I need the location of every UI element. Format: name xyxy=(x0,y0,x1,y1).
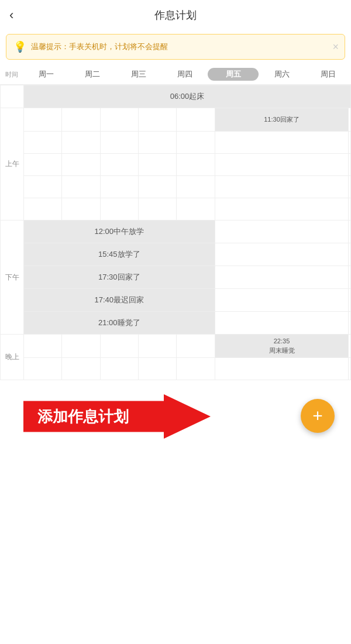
add-plan-arrow[interactable]: 添加作息计划 xyxy=(23,394,211,439)
day-fri[interactable]: 周五 xyxy=(208,68,259,81)
table-row: 晚上 22:35周末睡觉 xyxy=(1,335,351,358)
schedule-table: 06:00起床 上午 11:30回家了 xyxy=(0,85,351,380)
period-morning: 上午 xyxy=(1,108,24,221)
event-noon: 12:00中午放学 xyxy=(24,221,215,243)
event-school-out: 15:45放学了 xyxy=(24,243,215,266)
day-columns: 周一 周二 周三 周四 周五 周六 周日 xyxy=(23,68,351,81)
event-sleep: 21:00睡觉了 xyxy=(24,312,215,335)
table-row: 15:45放学了 xyxy=(1,243,351,266)
add-plan-button[interactable]: + xyxy=(301,399,335,433)
table-row: 17:30回家了 xyxy=(1,266,351,289)
header: ‹ 作息计划 xyxy=(0,0,351,30)
table-row xyxy=(1,358,351,380)
back-button[interactable]: ‹ xyxy=(9,8,13,23)
event-night-sleep: 22:35周末睡觉 xyxy=(215,335,349,358)
table-row xyxy=(1,132,351,154)
period-evening: 晚上 xyxy=(1,335,24,380)
day-sat[interactable]: 周六 xyxy=(259,68,305,81)
page-title: 作息计划 xyxy=(154,8,197,22)
table-row: 17:40最迟回家 xyxy=(1,289,351,312)
event-wakeup: 06:00起床 xyxy=(24,85,351,108)
event-home-1130: 11:30回家了 xyxy=(215,108,349,132)
day-thu[interactable]: 周四 xyxy=(162,68,208,81)
add-plan-label: 添加作息计划 xyxy=(37,407,129,427)
day-tue[interactable]: 周二 xyxy=(70,68,116,81)
day-sun[interactable]: 周日 xyxy=(305,68,351,81)
warning-banner: 💡 温馨提示：手表关机时，计划将不会提醒 × xyxy=(6,34,345,60)
table-row xyxy=(1,198,351,221)
warning-text: 温馨提示：手表关机时，计划将不会提醒 xyxy=(31,42,338,52)
close-icon[interactable]: × xyxy=(332,41,339,53)
event-latest-home: 17:40最迟回家 xyxy=(24,289,215,312)
period-afternoon: 下午 xyxy=(1,221,24,335)
event-home-1730: 17:30回家了 xyxy=(24,266,215,289)
arrow-shape: 添加作息计划 xyxy=(23,394,211,439)
table-row xyxy=(1,176,351,198)
table-row: 06:00起床 xyxy=(1,85,351,108)
day-header-row: 时间 周一 周二 周三 周四 周五 周六 周日 xyxy=(0,63,351,85)
bottom-section: 添加作息计划 + xyxy=(0,380,351,450)
day-mon[interactable]: 周一 xyxy=(23,68,70,81)
time-label-empty xyxy=(1,85,24,108)
table-row xyxy=(1,154,351,176)
table-row: 下午 12:00中午放学 xyxy=(1,221,351,243)
time-col-header: 时间 xyxy=(0,70,23,79)
table-row: 上午 11:30回家了 xyxy=(1,108,351,132)
day-wed[interactable]: 周三 xyxy=(116,68,162,81)
table-row: 21:00睡觉了 xyxy=(1,312,351,335)
warning-icon: 💡 xyxy=(13,40,26,53)
